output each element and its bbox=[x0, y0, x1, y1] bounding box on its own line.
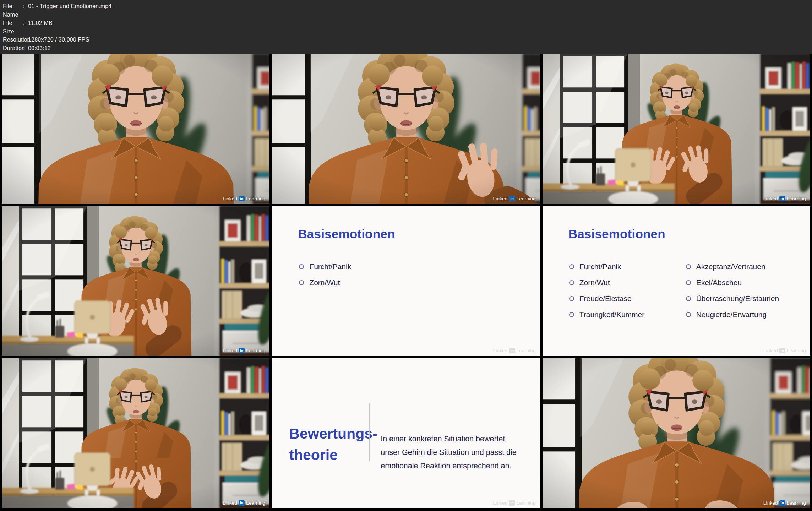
watermark-prefix: Linked bbox=[493, 348, 508, 353]
linkedin-learning-watermark: Linked in Learning bbox=[493, 348, 536, 353]
linkedin-learning-watermark: Linked in Learning bbox=[223, 500, 265, 506]
thumbnail-frame-5-slide-basisemotionen: Basisemotionen Furcht/Panik Zorn/Wut Lin… bbox=[272, 206, 540, 356]
thumbnail-frame-7: Linked in Learning bbox=[2, 358, 269, 508]
slide-bullet: Zorn/Wut bbox=[299, 279, 351, 287]
video-frame-scene bbox=[2, 206, 269, 356]
thumbnail-frame-2: Linked in Learning bbox=[272, 54, 540, 204]
linkedin-learning-watermark: Linked in Learning bbox=[763, 348, 806, 353]
watermark-prefix: Linked bbox=[493, 500, 508, 506]
watermark-prefix: Linked bbox=[223, 348, 237, 353]
vignette bbox=[543, 358, 810, 508]
slide-bullet: Überraschung/Erstaunen bbox=[686, 295, 779, 303]
meta-value: 01 - Trigger und Emotionen.mp4 bbox=[28, 2, 111, 19]
slide-title: Basisemotionen bbox=[568, 227, 665, 241]
meta-label: File Name bbox=[3, 2, 23, 19]
vignette bbox=[2, 358, 269, 508]
meta-colon: : bbox=[23, 2, 28, 19]
slide-bullet: Traurigkeit/Kummer bbox=[569, 311, 645, 319]
slide-bullet: Akzeptanz/Vertrauen bbox=[686, 263, 779, 271]
linkedin-icon: in bbox=[779, 196, 785, 201]
slide-bullet: Zorn/Wut bbox=[569, 279, 645, 287]
linkedin-learning-watermark: Linked in Learning bbox=[763, 500, 806, 506]
linkedin-icon: in bbox=[779, 348, 785, 353]
linkedin-icon: in bbox=[509, 348, 515, 353]
linkedin-icon: in bbox=[509, 500, 515, 506]
thumbnail-frame-3: Linked in Learning bbox=[543, 54, 810, 204]
meta-colon: : bbox=[23, 19, 28, 36]
slide-title: Basisemotionen bbox=[298, 227, 395, 241]
thumbnail-grid: Linked in Learning bbox=[0, 54, 812, 511]
meta-value: 1280x720 / 30.000 FPS bbox=[28, 36, 89, 44]
watermark-suffix: Learning bbox=[517, 500, 536, 506]
media-info-panel: File Name : 01 - Trigger und Emotionen.m… bbox=[0, 0, 812, 54]
watermark-prefix: Linked bbox=[223, 196, 237, 201]
slide-bullet: Ekel/Abscheu bbox=[686, 279, 779, 287]
meta-colon: : bbox=[23, 44, 28, 53]
vignette bbox=[2, 54, 269, 204]
slide-bullet: Furcht/Panik bbox=[569, 263, 645, 271]
slide-title: Bewertungs- theorie bbox=[289, 423, 377, 466]
vignette bbox=[543, 54, 810, 204]
slide-bullet-column-right: Akzeptanz/Vertrauen Ekel/Abscheu Überras… bbox=[686, 263, 779, 327]
meta-value: 11.02 MB bbox=[28, 19, 53, 36]
video-frame-scene bbox=[2, 358, 269, 508]
slide-divider bbox=[369, 403, 370, 461]
watermark-prefix: Linked bbox=[763, 196, 778, 201]
watermark-suffix: Learning bbox=[246, 500, 265, 506]
watermark-suffix: Learning bbox=[517, 196, 536, 201]
watermark-prefix: Linked bbox=[763, 348, 778, 353]
linkedin-learning-watermark: Linked in Learning bbox=[223, 196, 265, 201]
linkedin-learning-watermark: Linked in Learning bbox=[493, 196, 536, 201]
watermark-suffix: Learning bbox=[517, 348, 536, 353]
thumbnail-frame-6-slide-basisemotionen-full: Basisemotionen Furcht/Panik Zorn/Wut Fre… bbox=[543, 206, 810, 356]
slide-bullet: Freude/Ekstase bbox=[569, 295, 645, 303]
slide-bullet: Neugierde/Erwartung bbox=[686, 311, 779, 319]
slide-body-text: In einer konkreten Situation bewertet un… bbox=[381, 432, 523, 473]
linkedin-icon: in bbox=[239, 500, 245, 506]
linkedin-icon: in bbox=[239, 196, 245, 201]
thumbnail-frame-4: Linked in Learning bbox=[2, 206, 269, 356]
meta-row-resolution: Resolution : 1280x720 / 30.000 FPS bbox=[3, 36, 812, 44]
watermark-suffix: Learning bbox=[246, 196, 265, 201]
linkedin-learning-watermark: Linked in Learning bbox=[493, 500, 536, 506]
meta-row-duration: Duration : 00:03:12 bbox=[3, 44, 812, 53]
linkedin-icon: in bbox=[779, 500, 785, 506]
watermark-suffix: Learning bbox=[787, 500, 806, 506]
linkedin-learning-watermark: Linked in Learning bbox=[763, 196, 806, 201]
watermark-suffix: Learning bbox=[787, 348, 806, 353]
video-frame-scene bbox=[272, 54, 540, 204]
meta-colon: : bbox=[23, 36, 28, 44]
meta-label: Duration bbox=[3, 44, 23, 53]
slide-bullet: Furcht/Panik bbox=[299, 263, 351, 271]
watermark-suffix: Learning bbox=[787, 196, 806, 201]
vignette bbox=[272, 54, 540, 204]
thumbnail-frame-8-slide-bewertungstheorie: Bewertungs- theorie In einer konkreten S… bbox=[272, 358, 540, 508]
vignette bbox=[2, 206, 269, 356]
thumbnail-frame-1: Linked in Learning bbox=[2, 54, 269, 204]
slide-bullet-list: Furcht/Panik Zorn/Wut bbox=[299, 263, 351, 295]
watermark-prefix: Linked bbox=[223, 500, 237, 506]
meta-label: Resolution bbox=[3, 36, 23, 44]
meta-label: File Size bbox=[3, 19, 23, 36]
slide-bullet-column-left: Furcht/Panik Zorn/Wut Freude/Ekstase Tra… bbox=[569, 263, 645, 327]
video-frame-scene bbox=[543, 54, 810, 204]
video-frame-scene bbox=[543, 358, 810, 508]
video-frame-scene bbox=[2, 54, 269, 204]
linkedin-learning-watermark: Linked in Learning bbox=[223, 348, 265, 353]
meta-row-filename: File Name : 01 - Trigger und Emotionen.m… bbox=[3, 2, 812, 19]
meta-row-filesize: File Size : 11.02 MB bbox=[3, 19, 812, 36]
watermark-suffix: Learning bbox=[246, 348, 265, 353]
linkedin-icon: in bbox=[239, 348, 245, 353]
linkedin-icon: in bbox=[509, 196, 515, 201]
watermark-prefix: Linked bbox=[763, 500, 778, 506]
meta-value: 00:03:12 bbox=[28, 44, 51, 53]
thumbnail-frame-9: Linked in Learning bbox=[543, 358, 810, 508]
watermark-prefix: Linked bbox=[493, 196, 508, 201]
